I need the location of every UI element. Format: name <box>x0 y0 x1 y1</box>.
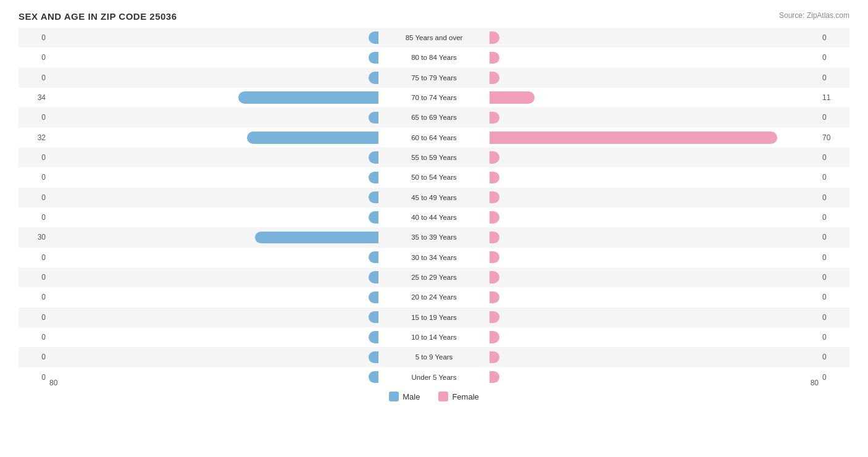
female-value: 0 <box>819 353 849 361</box>
female-bar <box>490 251 499 263</box>
bars-center: 55 to 59 Years <box>49 148 819 167</box>
bar-row: 0 75 to 79 Years 0 <box>19 68 849 88</box>
bars-center: 40 to 44 Years <box>49 208 819 227</box>
bars-center: 5 to 9 Years <box>49 347 819 367</box>
female-side <box>490 248 819 267</box>
male-bar <box>369 172 378 183</box>
bars-center: 10 to 14 Years <box>49 327 819 347</box>
female-side <box>490 148 819 167</box>
age-label: Under 5 Years <box>378 374 490 381</box>
male-value: 0 <box>19 213 49 222</box>
age-label: 35 to 39 Years <box>378 233 490 241</box>
male-side <box>49 48 378 67</box>
bar-row: 0 50 to 54 Years 0 <box>19 167 849 187</box>
female-value: 0 <box>819 233 849 241</box>
male-side <box>49 308 378 327</box>
legend-female: Female <box>438 392 478 401</box>
male-value: 34 <box>19 93 49 102</box>
legend-female-box <box>438 392 448 401</box>
bar-row: 0 10 to 14 Years 0 <box>19 327 849 347</box>
bar-row: 0 5 to 9 Years 0 <box>19 347 849 367</box>
bar-row: 30 35 to 39 Years 0 <box>19 227 849 247</box>
male-value: 0 <box>19 73 49 82</box>
bars-center: 35 to 39 Years <box>49 227 819 247</box>
female-value: 70 <box>819 133 849 142</box>
male-bar <box>247 132 378 143</box>
male-side <box>49 267 378 287</box>
male-value: 0 <box>19 353 49 361</box>
male-bar <box>369 211 378 223</box>
age-label: 85 Years and over <box>378 34 490 41</box>
male-side <box>49 107 378 127</box>
male-value: 0 <box>19 193 49 202</box>
age-label: 65 to 69 Years <box>378 114 490 121</box>
male-bar <box>238 91 378 103</box>
female-bar <box>490 112 499 124</box>
female-side <box>490 188 819 208</box>
female-value: 0 <box>819 153 849 162</box>
female-bar <box>490 371 499 383</box>
female-value: 0 <box>819 173 849 182</box>
age-label: 60 to 64 Years <box>378 134 490 141</box>
male-bar <box>369 112 378 124</box>
male-side <box>49 347 378 367</box>
male-value: 0 <box>19 293 49 301</box>
male-side <box>49 148 378 167</box>
male-value: 0 <box>19 253 49 262</box>
female-value: 0 <box>819 33 849 42</box>
female-value: 0 <box>819 313 849 322</box>
female-bar <box>490 311 499 323</box>
male-value: 0 <box>19 313 49 322</box>
age-label: 5 to 9 Years <box>378 353 490 361</box>
bars-center: Under 5 Years <box>49 367 819 387</box>
legend-male: Male <box>389 392 420 401</box>
male-side <box>49 128 378 148</box>
age-label: 40 to 44 Years <box>378 214 490 221</box>
female-side <box>490 287 819 307</box>
male-value: 30 <box>19 233 49 241</box>
male-side <box>49 327 378 347</box>
male-bar <box>369 331 378 343</box>
female-side <box>490 128 819 148</box>
female-bar <box>490 172 499 183</box>
female-side <box>490 167 819 187</box>
female-bar <box>490 52 499 64</box>
male-bar <box>369 291 378 303</box>
female-side <box>490 68 819 88</box>
female-value: 0 <box>819 253 849 262</box>
bar-row: 0 65 to 69 Years 0 <box>19 107 849 127</box>
female-side <box>490 327 819 347</box>
bar-row: 0 15 to 19 Years 0 <box>19 308 849 327</box>
female-side <box>490 208 819 227</box>
female-bar <box>490 132 777 143</box>
legend-female-label: Female <box>452 392 478 401</box>
legend-male-box <box>389 392 399 401</box>
female-bar <box>490 211 499 223</box>
axis-right-label: 80 <box>811 379 819 387</box>
bar-row: 0 25 to 29 Years 0 <box>19 267 849 287</box>
male-side <box>49 367 378 387</box>
female-value: 0 <box>819 113 849 122</box>
male-value: 0 <box>19 53 49 62</box>
female-value: 0 <box>819 273 849 282</box>
female-side <box>490 227 819 247</box>
male-bar <box>255 232 378 243</box>
male-side <box>49 287 378 307</box>
bar-row: 0 20 to 24 Years 0 <box>19 287 849 307</box>
female-side <box>490 28 819 48</box>
bars-center: 25 to 29 Years <box>49 267 819 287</box>
female-side <box>490 107 819 127</box>
male-bar <box>369 31 378 43</box>
age-label: 55 to 59 Years <box>378 154 490 161</box>
chart-title: SEX AND AGE IN ZIP CODE 25036 <box>19 11 849 22</box>
bars-center: 80 to 84 Years <box>49 48 819 67</box>
female-value: 11 <box>819 93 849 102</box>
age-label: 20 to 24 Years <box>378 293 490 301</box>
bars-center: 15 to 19 Years <box>49 308 819 327</box>
age-label: 30 to 34 Years <box>378 254 490 261</box>
chart-area: 0 85 Years and over 0 0 80 to 84 Years <box>19 28 849 406</box>
female-value: 0 <box>819 213 849 222</box>
age-label: 25 to 29 Years <box>378 274 490 281</box>
female-bar <box>490 91 535 103</box>
bars-center: 85 Years and over <box>49 28 819 48</box>
